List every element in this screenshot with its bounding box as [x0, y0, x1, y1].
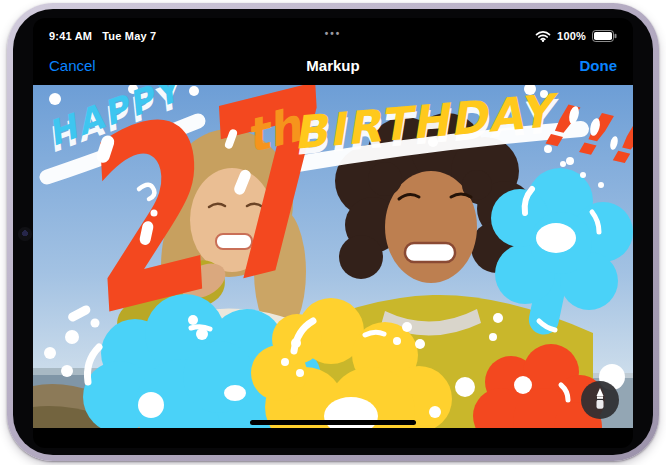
marker-pen-icon [592, 387, 608, 414]
screenshot-stage: 9:41 AM Tue May 7 ••• 100% [0, 0, 666, 465]
front-camera-icon [18, 227, 32, 241]
markup-toolbar: Cancel Markup Done [33, 46, 633, 85]
cancel-button[interactable]: Cancel [49, 57, 96, 74]
home-indicator[interactable] [250, 420, 416, 425]
battery-percent: 100% [557, 30, 586, 42]
multitasking-menu-button[interactable]: ••• [325, 28, 342, 39]
page-title: Markup [306, 57, 359, 74]
status-date: Tue May 7 [102, 30, 156, 42]
wifi-icon [535, 30, 551, 42]
markup-canvas[interactable]: HAPPY 27 th BIRTHDAY !!! [33, 85, 633, 428]
screen: 9:41 AM Tue May 7 ••• 100% [33, 18, 633, 448]
battery-icon [592, 30, 617, 42]
status-time: 9:41 AM [49, 30, 92, 42]
status-right-group: 100% [535, 30, 617, 42]
done-button[interactable]: Done [580, 57, 618, 74]
status-left-group: 9:41 AM Tue May 7 [49, 30, 156, 42]
pen-tool-button[interactable] [581, 381, 619, 419]
status-bar: 9:41 AM Tue May 7 ••• 100% [33, 18, 633, 46]
ipad-frame: 9:41 AM Tue May 7 ••• 100% [7, 3, 659, 461]
